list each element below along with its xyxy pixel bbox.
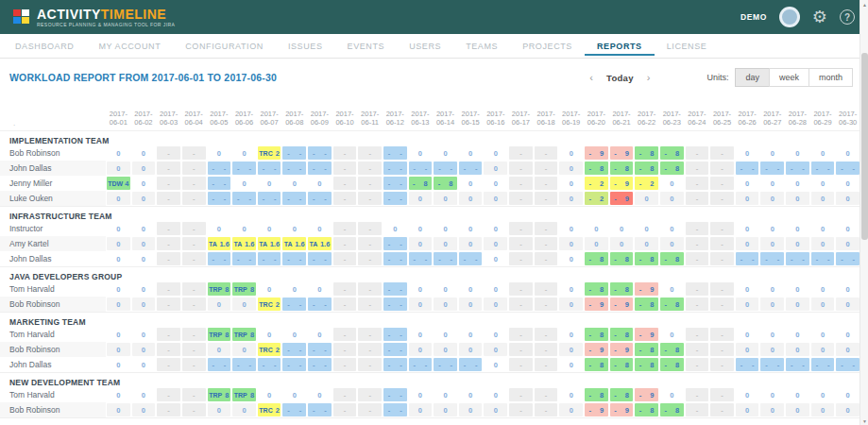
nav-item-dashboard[interactable]: DASHBOARD: [3, 36, 86, 56]
next-period-chevron-icon[interactable]: ›: [647, 72, 651, 83]
units-day-button[interactable]: day: [735, 68, 770, 87]
workload-cell: 0: [811, 146, 835, 160]
workload-cell: -: [509, 237, 533, 250]
workload-cell: -: [509, 222, 533, 235]
workload-cell: --: [383, 252, 407, 265]
workload-cell: 0: [484, 403, 507, 416]
workload-cell: --: [282, 343, 306, 356]
workload-cell: --: [459, 252, 483, 265]
workload-cell: -: [358, 343, 382, 356]
workload-cell: -: [182, 282, 206, 296]
workload-cell: -: [509, 252, 533, 265]
nav-item-teams[interactable]: TEAMS: [453, 36, 510, 56]
workload-cell: 0: [786, 343, 809, 356]
date-column-header: 2017-06-20: [584, 110, 609, 128]
workload-cell: -: [157, 403, 180, 416]
workload-cell: -9: [585, 298, 608, 311]
workload-cell: 0: [786, 388, 809, 401]
settings-gear-icon[interactable]: ⚙: [812, 8, 827, 26]
scrollbar-down-arrow-icon[interactable]: ▼: [860, 418, 868, 424]
workload-cell: 0: [836, 282, 859, 296]
nav-item-reports[interactable]: REPORTS: [585, 36, 655, 56]
date-column-header: 2017-06-27: [759, 110, 785, 128]
workload-cell: --: [308, 252, 332, 265]
member-name: John Dallas: [0, 161, 106, 176]
workload-cell: 0: [559, 343, 583, 356]
workload-cell: 0: [559, 192, 583, 205]
workload-cell: -: [157, 358, 180, 371]
prev-period-chevron-icon[interactable]: ‹: [589, 72, 593, 83]
logo-title: ACTIVITYTIMELINE: [37, 8, 175, 21]
workload-cell: -: [509, 403, 533, 416]
workload-cell: TRP8: [208, 328, 231, 341]
workload-cell: --: [282, 192, 306, 205]
workload-cell: --: [282, 403, 306, 416]
nav-item-configuration[interactable]: CONFIGURATION: [173, 36, 276, 56]
member-name: Amy Kartel: [0, 236, 106, 251]
user-avatar[interactable]: [779, 7, 800, 27]
workload-cell: 0: [107, 403, 130, 416]
workload-cell: 0: [736, 298, 759, 311]
workload-cell: 0: [409, 328, 433, 341]
nav-item-projects[interactable]: PROJECTS: [510, 36, 585, 56]
workload-cell: --: [282, 298, 306, 311]
workload-cell: -: [358, 192, 382, 205]
workload-cell: -: [182, 298, 206, 311]
workload-cell: 0: [836, 237, 859, 250]
nav-item-issues[interactable]: ISSUES: [276, 36, 335, 56]
date-column-header: 2017-06-21: [609, 110, 635, 128]
workload-cell: --: [736, 252, 759, 265]
workload-cell: -9: [610, 146, 634, 160]
workload-cell: -8: [660, 252, 684, 265]
workload-cell: 0: [232, 403, 256, 416]
workload-cell: -8: [585, 388, 608, 401]
workload-cell: 0: [434, 298, 457, 311]
workload-cell: 0: [484, 192, 507, 205]
workload-cell: -: [182, 403, 206, 416]
workload-cell: --: [459, 162, 483, 175]
workload-cell: --: [258, 252, 281, 265]
units-month-button[interactable]: month: [808, 68, 853, 87]
vertical-scrollbar[interactable]: ▲ ▼: [859, 0, 868, 425]
app-logo: ACTIVITYTIMELINE RESOURCE PLANNING & MAN…: [13, 8, 175, 27]
workload-cell: -: [535, 328, 558, 341]
workload-cell: 0: [484, 146, 507, 160]
workload-cell: 0: [484, 177, 507, 190]
nav-item-my-account[interactable]: MY ACCOUNT: [86, 36, 173, 56]
nav-item-users[interactable]: USERS: [397, 36, 453, 56]
help-icon[interactable]: ?: [840, 9, 855, 25]
workload-cell: -: [358, 177, 382, 190]
workload-cell: -: [182, 146, 206, 160]
member-row: John Dallas00----------------------0--0-…: [0, 161, 860, 176]
workload-cell: 0: [107, 328, 130, 341]
workload-cell: -: [686, 237, 709, 250]
scrollbar-up-arrow-icon[interactable]: ▲: [860, 2, 868, 8]
workload-cell: 0: [308, 282, 332, 296]
workload-cell: 0: [132, 298, 156, 311]
workload-cell: --: [760, 358, 784, 371]
workload-cell: -: [710, 222, 734, 235]
workload-cell: 0: [484, 237, 507, 250]
workload-cell: -: [157, 252, 180, 265]
nav-item-events[interactable]: EVENTS: [335, 36, 398, 56]
nav-item-license[interactable]: LICENSE: [655, 36, 720, 56]
workload-cell: 0: [760, 343, 784, 356]
workload-cell: --: [232, 358, 256, 371]
scrollbar-thumb[interactable]: [861, 53, 868, 240]
workload-cell: -: [358, 298, 382, 311]
workload-cell: -: [710, 146, 734, 160]
workload-cell: 0: [660, 388, 684, 401]
workload-cell: -: [686, 358, 709, 371]
workload-cell: -8: [635, 343, 658, 356]
workload-cell: -: [182, 237, 206, 250]
workload-cell: -: [710, 343, 734, 356]
workload-cell: 0: [836, 222, 859, 235]
today-button[interactable]: Today: [606, 73, 634, 83]
workload-cell: -: [157, 388, 180, 401]
workload-cell: 0: [484, 252, 507, 265]
workload-grid: . 2017-06-012017-06-022017-06-032017-06-…: [0, 96, 860, 425]
logo-square-red: [13, 9, 21, 16]
workload-cell: -: [182, 177, 206, 190]
units-week-button[interactable]: week: [769, 68, 809, 87]
workload-cell: 0: [132, 237, 156, 250]
